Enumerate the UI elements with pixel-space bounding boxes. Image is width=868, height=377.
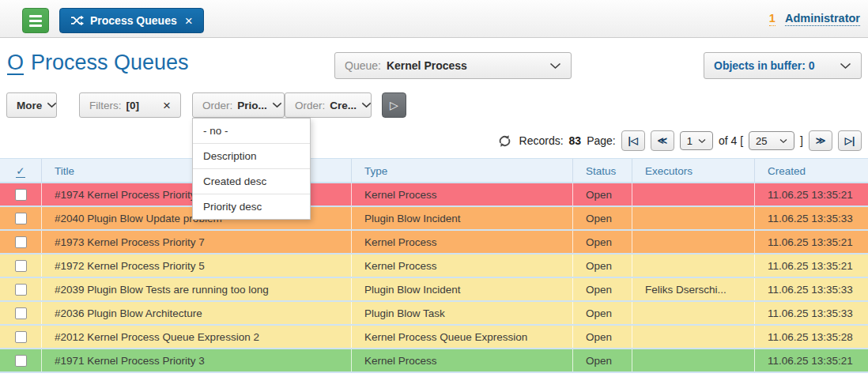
cell-title: #1972 Kernel Process Priority 5	[42, 254, 352, 277]
table-row[interactable]: #1972 Kernel Process Priority 5 Kernel P…	[0, 253, 868, 277]
cell-executors	[632, 326, 755, 348]
per-page-value: 25	[756, 135, 767, 147]
cell-status: Open	[573, 349, 632, 371]
column-header-status[interactable]: Status	[573, 159, 632, 183]
cell-type: Kernel Process	[352, 231, 573, 253]
order-label: Order:	[295, 100, 325, 111]
table-row[interactable]: #2040 Plugin Blow Update problem Plugin …	[0, 205, 868, 229]
table-row[interactable]: #1973 Kernel Process Priority 7 Kernel P…	[0, 229, 868, 253]
row-checkbox[interactable]	[15, 331, 27, 343]
order-dropdown-menu: - no - Description Created desc Priority…	[192, 118, 311, 220]
table-header: ✓ Title Type Status Executors Created	[0, 158, 868, 182]
chevron-down-icon	[779, 138, 787, 144]
table-row[interactable]: #2036 Plugin Blow Architecture Plugin Bl…	[0, 300, 868, 324]
user-area: 1 Administrator	[769, 12, 860, 26]
queue-value: Kernel Process	[387, 59, 467, 72]
tab-process-queues[interactable]: Process Queues ×	[59, 8, 204, 33]
dropdown-option-no[interactable]: - no -	[193, 119, 310, 143]
menu-icon	[29, 15, 42, 17]
chevron-down-icon	[272, 102, 282, 108]
row-checkbox[interactable]	[15, 307, 27, 319]
cell-title: #1971 Kernel Process Priority 3	[42, 349, 352, 371]
cell-executors	[632, 231, 755, 253]
cell-status: Open	[573, 231, 632, 253]
table-row[interactable]: #2039 Plugin Blow Tests are running too …	[0, 277, 868, 300]
dropdown-option-priority-desc[interactable]: Priority desc	[193, 194, 310, 219]
chevron-down-icon	[361, 102, 372, 108]
refresh-icon[interactable]	[498, 134, 511, 148]
chevron-down-icon	[840, 62, 851, 70]
shuffle-icon	[70, 16, 84, 25]
cell-created: 11.06.25 13:35:28	[755, 326, 868, 348]
logo-link[interactable]: O	[7, 51, 24, 75]
page-of-text: of 4 [	[719, 134, 743, 147]
next-page-button[interactable]: ≫	[809, 130, 832, 151]
run-button[interactable]: ▷	[382, 92, 406, 118]
table-row[interactable]: #1974 Kernel Process Priority Kernel Pro…	[0, 182, 868, 205]
last-page-button[interactable]: ▷|	[838, 130, 862, 151]
filters-button[interactable]: Filters: [0] ×	[79, 92, 181, 118]
previous-page-button[interactable]: ≪	[651, 130, 674, 151]
cell-created: 11.06.25 13:35:21	[755, 231, 868, 253]
column-header-type[interactable]: Type	[352, 159, 573, 183]
page-number-select[interactable]: 1	[680, 131, 713, 150]
clear-filters-icon[interactable]: ×	[163, 99, 171, 112]
user-menu[interactable]: Administrator	[785, 12, 860, 26]
cell-status: Open	[573, 254, 632, 277]
table-body: #1974 Kernel Process Priority Kernel Pro…	[0, 182, 868, 377]
select-all-link[interactable]: ✓	[16, 164, 25, 178]
order-priority-select[interactable]: Order: Prio...	[192, 92, 285, 118]
process-queues-app: Process Queues × 1 Administrator O Proce…	[0, 0, 868, 377]
row-checkbox[interactable]	[15, 284, 27, 296]
cell-status: Open	[573, 183, 632, 205]
cell-type: Plugin Blow Incident	[352, 278, 573, 300]
cell-type: Kernel Process	[352, 254, 573, 277]
column-header-created[interactable]: Created	[755, 159, 868, 183]
row-checkbox[interactable]	[15, 260, 27, 272]
row-checkbox[interactable]	[15, 355, 27, 367]
cell-title: #2039 Plugin Blow Tests are running too …	[42, 278, 352, 300]
table-row[interactable]: #1971 Kernel Process Priority 3 Kernel P…	[0, 348, 868, 371]
cell-created: 11.06.25 13:35:33	[755, 207, 868, 229]
pagination-bar: Records: 83 Page: |◁ ≪ 1 of 4 [ 25 ] ≫ ▷…	[498, 129, 862, 153]
queue-select[interactable]: Queue: Kernel Process	[334, 52, 572, 79]
page-title: O Process Queues	[7, 51, 189, 75]
row-checkbox[interactable]	[15, 189, 27, 201]
cell-executors	[632, 183, 755, 205]
chevron-down-icon	[698, 138, 706, 144]
buffer-label: Objects in buffer: 0	[714, 59, 815, 72]
chevron-down-icon	[549, 62, 561, 70]
more-button[interactable]: More	[6, 92, 57, 118]
column-header-executors[interactable]: Executors	[632, 159, 755, 183]
bracket-close-text: ]	[800, 134, 803, 147]
dropdown-option-description[interactable]: Description	[193, 143, 310, 168]
cell-type: Kernel Process	[352, 183, 573, 205]
cell-created: 11.06.25 13:35:21	[755, 349, 868, 371]
filters-count: [0]	[126, 100, 140, 111]
main-menu-button[interactable]	[22, 8, 49, 33]
records-count: 83	[569, 134, 582, 147]
table-row[interactable]: #2012 Kernel Process Queue Expression 2 …	[0, 324, 868, 348]
menu-icon	[29, 25, 42, 27]
row-checkbox[interactable]	[15, 213, 27, 224]
page-number-value: 1	[687, 135, 693, 147]
next-row-partial	[0, 371, 868, 377]
notification-badge[interactable]: 1	[769, 12, 776, 26]
cell-status: Open	[573, 278, 632, 300]
dropdown-option-created-desc[interactable]: Created desc	[193, 168, 310, 194]
order-created-select[interactable]: Order: Cre...	[285, 92, 372, 118]
cell-title: #2012 Kernel Process Queue Expression 2	[42, 326, 352, 348]
order-created-value: Cre...	[330, 100, 357, 111]
cell-status: Open	[573, 207, 632, 229]
tab-close-icon[interactable]: ×	[185, 14, 193, 28]
first-page-button[interactable]: |◁	[621, 130, 645, 151]
per-page-select[interactable]: 25	[749, 131, 794, 150]
objects-in-buffer-button[interactable]: Objects in buffer: 0	[704, 52, 862, 79]
row-checkbox[interactable]	[15, 236, 27, 248]
cell-title: #2036 Plugin Blow Architecture	[42, 302, 352, 324]
cell-created: 11.06.25 13:35:33	[755, 302, 868, 324]
queue-label: Queue:	[345, 59, 381, 72]
cell-executors	[632, 254, 755, 277]
order-label: Order:	[202, 100, 232, 111]
cell-created: 11.06.25 13:35:21	[755, 183, 868, 205]
